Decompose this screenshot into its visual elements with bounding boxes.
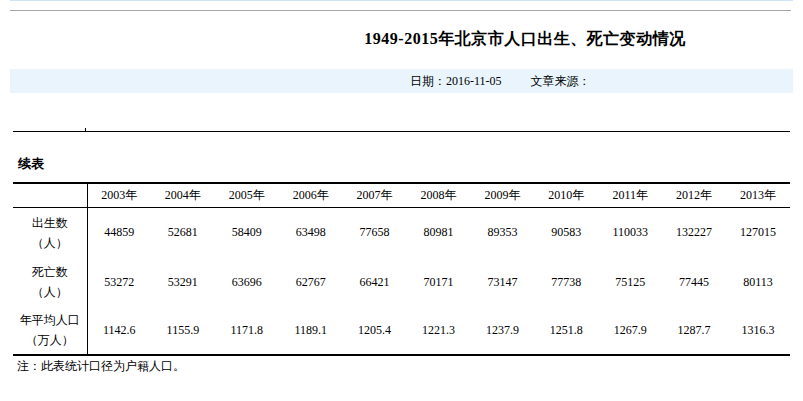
table-cell: 1287.7 bbox=[662, 306, 726, 355]
table-cell: 80981 bbox=[407, 207, 471, 258]
population-table: 2003年 2004年 2005年 2006年 2007年 2008年 2009… bbox=[13, 182, 790, 356]
previous-table-divider-tick bbox=[85, 128, 86, 131]
table-cell: 73147 bbox=[470, 258, 534, 306]
table-cell: 1205.4 bbox=[343, 306, 407, 355]
row-label-line1: 死亡数 bbox=[13, 262, 87, 282]
table-cell: 63696 bbox=[215, 258, 279, 306]
table-cell: 1142.6 bbox=[87, 306, 151, 355]
row-label-line2: （人） bbox=[13, 233, 87, 253]
table-cell: 1189.1 bbox=[279, 306, 343, 355]
table-cell: 1221.3 bbox=[407, 306, 471, 355]
page-title: 1949-2015年北京市人口出生、死亡变动情况 bbox=[250, 29, 800, 50]
table-cell: 66421 bbox=[343, 258, 407, 306]
table-cell: 80113 bbox=[726, 258, 790, 306]
table-cell: 52681 bbox=[151, 207, 215, 258]
table-cell: 110033 bbox=[598, 207, 662, 258]
date-label: 日期：2016-11-05 bbox=[410, 74, 502, 88]
table-cell: 53272 bbox=[87, 258, 151, 306]
table-row-avg-population: 年平均人口 （万人） 1142.6 1155.9 1171.8 1189.1 1… bbox=[13, 306, 790, 355]
footnote: 注：此表统计口径为户籍人口。 bbox=[17, 358, 185, 375]
table-header-row: 2003年 2004年 2005年 2006年 2007年 2008年 2009… bbox=[13, 183, 790, 207]
previous-table-bottom-border bbox=[13, 131, 790, 132]
table-cell: 1171.8 bbox=[215, 306, 279, 355]
table-row-births: 出生数 （人） 44859 52681 58409 63498 77658 80… bbox=[13, 207, 790, 258]
table-cell: 1251.8 bbox=[534, 306, 598, 355]
top-gray-divider bbox=[10, 10, 791, 11]
table-row-deaths: 死亡数 （人） 53272 53291 63696 62767 66421 70… bbox=[13, 258, 790, 306]
source-label: 文章来源： bbox=[531, 74, 591, 88]
table-cell: 1237.9 bbox=[470, 306, 534, 355]
table-cell: 90583 bbox=[534, 207, 598, 258]
table-cell: 63498 bbox=[279, 207, 343, 258]
table-cell: 53291 bbox=[151, 258, 215, 306]
year-header: 2006年 bbox=[279, 183, 343, 207]
row-label-line2: （人） bbox=[13, 282, 87, 302]
year-header: 2005年 bbox=[215, 183, 279, 207]
table-cell: 132227 bbox=[662, 207, 726, 258]
year-header: 2013年 bbox=[726, 183, 790, 207]
top-blue-divider bbox=[10, 0, 793, 1]
table-cell: 77445 bbox=[662, 258, 726, 306]
row-label-line2: （万人） bbox=[13, 330, 87, 350]
row-label-births: 出生数 （人） bbox=[13, 207, 87, 258]
year-header: 2007年 bbox=[343, 183, 407, 207]
year-header: 2008年 bbox=[407, 183, 471, 207]
corner-cell bbox=[13, 183, 87, 207]
year-header: 2012年 bbox=[662, 183, 726, 207]
table-cell: 1155.9 bbox=[151, 306, 215, 355]
year-header: 2011年 bbox=[598, 183, 662, 207]
row-label-avg-population: 年平均人口 （万人） bbox=[13, 306, 87, 355]
table-cell: 1267.9 bbox=[598, 306, 662, 355]
year-header: 2003年 bbox=[87, 183, 151, 207]
table-cell: 77738 bbox=[534, 258, 598, 306]
year-header: 2010年 bbox=[534, 183, 598, 207]
table-cell: 1316.3 bbox=[726, 306, 790, 355]
table-cell: 70171 bbox=[407, 258, 471, 306]
table-cell: 44859 bbox=[87, 207, 151, 258]
year-header: 2004年 bbox=[151, 183, 215, 207]
meta-bar: 日期：2016-11-05 文章来源： bbox=[10, 69, 793, 93]
table-cell: 58409 bbox=[215, 207, 279, 258]
continued-table-label: 续表 bbox=[18, 155, 44, 173]
row-label-deaths: 死亡数 （人） bbox=[13, 258, 87, 306]
table-cell: 89353 bbox=[470, 207, 534, 258]
row-label-line1: 年平均人口 bbox=[13, 310, 87, 330]
table-cell: 127015 bbox=[726, 207, 790, 258]
table-cell: 62767 bbox=[279, 258, 343, 306]
row-label-line1: 出生数 bbox=[13, 213, 87, 233]
table-cell: 75125 bbox=[598, 258, 662, 306]
year-header: 2009年 bbox=[470, 183, 534, 207]
table-cell: 77658 bbox=[343, 207, 407, 258]
